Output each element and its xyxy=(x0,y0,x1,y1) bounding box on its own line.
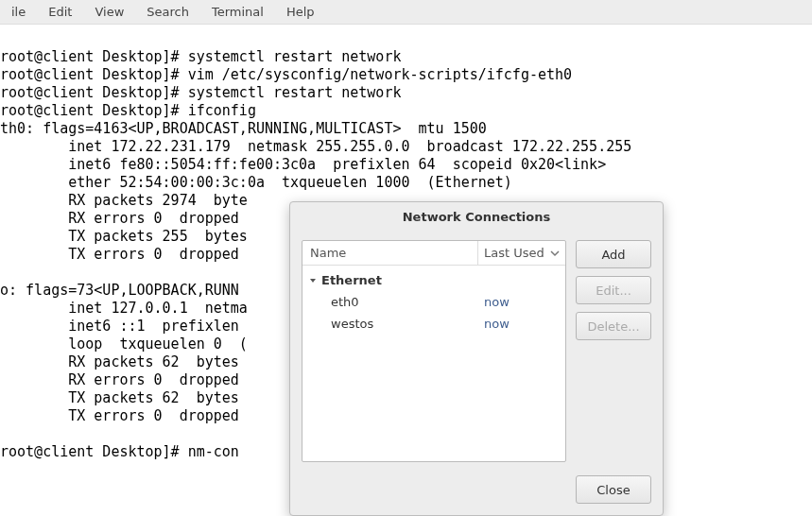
terminal-line: TX packets 255 bytes xyxy=(0,228,248,245)
connection-name: eth0 xyxy=(302,295,478,309)
dialog-title: Network Connections xyxy=(290,202,663,231)
terminal-line: RX errors 0 dropped xyxy=(0,210,248,227)
terminal-line: inet 127.0.0.1 netma xyxy=(0,300,248,317)
connection-row-eth0[interactable]: eth0 now xyxy=(302,291,565,313)
terminal-line: inet 172.22.231.179 netmask 255.255.0.0 … xyxy=(0,138,631,155)
menu-help[interactable]: Help xyxy=(275,5,326,19)
dialog-footer: Close xyxy=(290,468,663,515)
terminal-line: RX packets 62 bytes xyxy=(0,353,248,370)
column-last-used-label: Last Used xyxy=(484,246,544,260)
add-button[interactable]: Add xyxy=(576,240,651,268)
terminal-line: TX packets 62 bytes xyxy=(0,389,248,406)
terminal-line: o: flags=73<UP,LOOPBACK,RUNN xyxy=(0,282,239,299)
connection-name: westos xyxy=(302,317,478,331)
group-ethernet[interactable]: Ethernet xyxy=(302,269,565,291)
terminal-line: TX errors 0 dropped xyxy=(0,407,248,424)
terminal-line: root@client Desktop]# systemctl restart … xyxy=(0,48,401,65)
terminal-line: root@client Desktop]# systemctl restart … xyxy=(0,84,401,101)
menu-file[interactable]: ile xyxy=(0,5,37,19)
terminal-line: RX packets 2974 byte xyxy=(0,192,248,209)
terminal-line: RX errors 0 dropped xyxy=(0,371,248,388)
column-name-header[interactable]: Name xyxy=(302,241,478,265)
menu-search[interactable]: Search xyxy=(135,5,200,19)
terminal-line: ether 52:54:00:00:3c:0a txqueuelen 1000 … xyxy=(0,174,512,191)
close-button[interactable]: Close xyxy=(576,475,651,504)
edit-button: Edit... xyxy=(576,276,651,304)
connection-last-used: now xyxy=(478,317,565,331)
terminal-line: loop txqueuelen 0 ( xyxy=(0,335,248,353)
terminal-line: root@client Desktop]# ifconfig xyxy=(0,102,256,119)
connection-last-used: now xyxy=(478,295,565,309)
group-label: Ethernet xyxy=(321,273,382,287)
list-header: Name Last Used xyxy=(302,241,565,266)
column-last-used-header[interactable]: Last Used xyxy=(478,241,565,265)
menubar: ile Edit View Search Terminal Help xyxy=(0,0,812,25)
connections-list[interactable]: Name Last Used Ethernet eth0 now westos … xyxy=(302,240,566,462)
menu-view[interactable]: View xyxy=(83,5,135,19)
terminal-line: root@client Desktop]# nm-con xyxy=(0,443,239,460)
menu-edit[interactable]: Edit xyxy=(37,5,83,19)
terminal-line: th0: flags=4163<UP,BROADCAST,RUNNING,MUL… xyxy=(0,120,487,137)
button-column: Add Edit... Delete... xyxy=(576,240,651,462)
list-content: Ethernet eth0 now westos now xyxy=(302,266,565,338)
terminal-line: inet6 ::1 prefixlen xyxy=(0,318,248,335)
chevron-down-icon xyxy=(308,276,318,285)
chevron-down-icon xyxy=(550,249,560,258)
network-connections-dialog: Network Connections Name Last Used Ether… xyxy=(289,201,664,516)
connection-row-westos[interactable]: westos now xyxy=(302,313,565,335)
dialog-body: Name Last Used Ethernet eth0 now westos … xyxy=(290,231,663,468)
delete-button: Delete... xyxy=(576,312,651,340)
terminal-line: root@client Desktop]# vim /etc/sysconfig… xyxy=(0,66,572,83)
terminal-line: inet6 fe80::5054:ff:fe00:3c0a prefixlen … xyxy=(0,156,606,173)
menu-terminal[interactable]: Terminal xyxy=(200,5,275,19)
